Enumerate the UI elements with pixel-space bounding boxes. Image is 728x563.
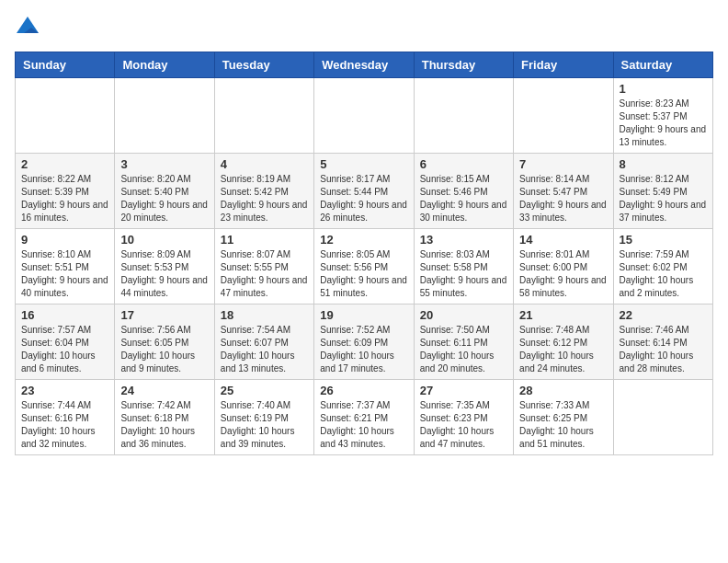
day-info: Sunrise: 7:42 AM Sunset: 6:18 PM Dayligh… (120, 399, 208, 451)
calendar-day-11: 11Sunrise: 8:07 AM Sunset: 5:55 PM Dayli… (214, 229, 313, 304)
calendar-day-7: 7Sunrise: 8:14 AM Sunset: 5:47 PM Daylig… (514, 154, 613, 229)
day-info: Sunrise: 8:09 AM Sunset: 5:53 PM Dayligh… (120, 248, 208, 300)
day-info: Sunrise: 8:15 AM Sunset: 5:46 PM Dayligh… (420, 173, 507, 224)
day-info: Sunrise: 8:14 AM Sunset: 5:47 PM Dayligh… (519, 173, 607, 224)
day-info: Sunrise: 8:12 AM Sunset: 5:49 PM Dayligh… (620, 173, 707, 224)
col-header-friday: Friday (514, 52, 613, 78)
day-number: 25 (221, 384, 308, 397)
day-info: Sunrise: 7:35 AM Sunset: 6:23 PM Dayligh… (420, 399, 507, 451)
day-number: 17 (120, 308, 208, 322)
day-number: 1 (620, 82, 707, 96)
day-number: 4 (221, 157, 308, 171)
calendar-day-16: 16Sunrise: 7:57 AM Sunset: 6:04 PM Dayli… (16, 304, 115, 380)
calendar-day-22: 22Sunrise: 7:46 AM Sunset: 6:14 PM Dayli… (613, 304, 712, 380)
col-header-saturday: Saturday (613, 52, 712, 78)
day-info: Sunrise: 8:17 AM Sunset: 5:44 PM Dayligh… (320, 173, 407, 224)
calendar-day-3: 3Sunrise: 8:20 AM Sunset: 5:40 PM Daylig… (115, 154, 214, 229)
day-number: 8 (620, 157, 707, 171)
calendar-empty-cell (16, 78, 115, 154)
calendar-day-4: 4Sunrise: 8:19 AM Sunset: 5:42 PM Daylig… (214, 154, 313, 229)
day-number: 22 (620, 308, 707, 322)
day-info: Sunrise: 7:40 AM Sunset: 6:19 PM Dayligh… (221, 399, 308, 451)
calendar-day-17: 17Sunrise: 7:56 AM Sunset: 6:05 PM Dayli… (115, 304, 214, 380)
calendar-day-21: 21Sunrise: 7:48 AM Sunset: 6:12 PM Dayli… (514, 304, 613, 380)
col-header-thursday: Thursday (414, 52, 513, 78)
col-header-wednesday: Wednesday (314, 52, 414, 78)
day-info: Sunrise: 7:37 AM Sunset: 6:21 PM Dayligh… (320, 399, 407, 451)
calendar-day-9: 9Sunrise: 8:10 AM Sunset: 5:51 PM Daylig… (16, 229, 115, 304)
day-info: Sunrise: 7:46 AM Sunset: 6:14 PM Dayligh… (620, 324, 707, 375)
col-header-sunday: Sunday (16, 52, 115, 78)
day-number: 13 (420, 233, 507, 247)
day-number: 6 (420, 157, 507, 171)
calendar-day-5: 5Sunrise: 8:17 AM Sunset: 5:44 PM Daylig… (314, 154, 414, 229)
day-number: 14 (519, 233, 607, 247)
calendar-day-14: 14Sunrise: 8:01 AM Sunset: 6:00 PM Dayli… (514, 229, 613, 304)
day-info: Sunrise: 7:33 AM Sunset: 6:25 PM Dayligh… (519, 399, 607, 451)
day-info: Sunrise: 8:23 AM Sunset: 5:37 PM Dayligh… (620, 98, 707, 149)
day-number: 28 (519, 384, 607, 397)
col-header-monday: Monday (115, 52, 214, 78)
day-info: Sunrise: 7:54 AM Sunset: 6:07 PM Dayligh… (221, 324, 308, 375)
day-number: 5 (320, 157, 407, 171)
col-header-tuesday: Tuesday (214, 52, 313, 78)
calendar-empty-cell (613, 380, 712, 455)
day-number: 24 (120, 384, 208, 397)
calendar-header-row: SundayMondayTuesdayWednesdayThursdayFrid… (16, 52, 713, 78)
calendar-day-15: 15Sunrise: 7:59 AM Sunset: 6:02 PM Dayli… (613, 229, 712, 304)
day-number: 26 (320, 384, 407, 397)
day-info: Sunrise: 8:03 AM Sunset: 5:58 PM Dayligh… (420, 248, 507, 300)
calendar-empty-cell (115, 78, 214, 154)
day-info: Sunrise: 7:52 AM Sunset: 6:09 PM Dayligh… (320, 324, 407, 375)
calendar-week-row: 16Sunrise: 7:57 AM Sunset: 6:04 PM Dayli… (16, 304, 713, 380)
day-info: Sunrise: 8:22 AM Sunset: 5:39 PM Dayligh… (21, 173, 108, 224)
calendar-day-10: 10Sunrise: 8:09 AM Sunset: 5:53 PM Dayli… (115, 229, 214, 304)
calendar-empty-cell (314, 78, 414, 154)
day-info: Sunrise: 7:48 AM Sunset: 6:12 PM Dayligh… (519, 324, 607, 375)
day-info: Sunrise: 7:44 AM Sunset: 6:16 PM Dayligh… (21, 399, 108, 451)
calendar-day-19: 19Sunrise: 7:52 AM Sunset: 6:09 PM Dayli… (314, 304, 414, 380)
day-number: 10 (120, 233, 208, 247)
calendar-day-27: 27Sunrise: 7:35 AM Sunset: 6:23 PM Dayli… (414, 380, 513, 455)
calendar-week-row: 9Sunrise: 8:10 AM Sunset: 5:51 PM Daylig… (16, 229, 713, 304)
day-number: 15 (620, 233, 707, 247)
logo (15, 15, 44, 40)
calendar-empty-cell (414, 78, 513, 154)
day-number: 20 (420, 308, 507, 322)
day-info: Sunrise: 8:01 AM Sunset: 6:00 PM Dayligh… (519, 248, 607, 300)
calendar-day-25: 25Sunrise: 7:40 AM Sunset: 6:19 PM Dayli… (214, 380, 313, 455)
day-number: 21 (519, 308, 607, 322)
day-info: Sunrise: 8:05 AM Sunset: 5:56 PM Dayligh… (320, 248, 407, 300)
calendar-day-6: 6Sunrise: 8:15 AM Sunset: 5:46 PM Daylig… (414, 154, 513, 229)
day-number: 11 (221, 233, 308, 247)
day-info: Sunrise: 7:56 AM Sunset: 6:05 PM Dayligh… (120, 324, 208, 375)
day-number: 12 (320, 233, 407, 247)
day-info: Sunrise: 7:57 AM Sunset: 6:04 PM Dayligh… (21, 324, 108, 375)
calendar-day-23: 23Sunrise: 7:44 AM Sunset: 6:16 PM Dayli… (16, 380, 115, 455)
calendar-week-row: 1Sunrise: 8:23 AM Sunset: 5:37 PM Daylig… (16, 78, 713, 154)
day-info: Sunrise: 8:10 AM Sunset: 5:51 PM Dayligh… (21, 248, 108, 300)
day-info: Sunrise: 8:07 AM Sunset: 5:55 PM Dayligh… (221, 248, 308, 300)
calendar-empty-cell (514, 78, 613, 154)
day-number: 3 (120, 157, 208, 171)
day-number: 2 (21, 157, 108, 171)
page-header (15, 15, 713, 40)
calendar-day-2: 2Sunrise: 8:22 AM Sunset: 5:39 PM Daylig… (16, 154, 115, 229)
calendar-table: SundayMondayTuesdayWednesdayThursdayFrid… (15, 52, 713, 455)
day-number: 27 (420, 384, 507, 397)
calendar-day-26: 26Sunrise: 7:37 AM Sunset: 6:21 PM Dayli… (314, 380, 414, 455)
calendar-day-12: 12Sunrise: 8:05 AM Sunset: 5:56 PM Dayli… (314, 229, 414, 304)
logo-icon (15, 15, 40, 40)
day-info: Sunrise: 8:19 AM Sunset: 5:42 PM Dayligh… (221, 173, 308, 224)
day-number: 7 (519, 157, 607, 171)
calendar-day-13: 13Sunrise: 8:03 AM Sunset: 5:58 PM Dayli… (414, 229, 513, 304)
calendar-week-row: 23Sunrise: 7:44 AM Sunset: 6:16 PM Dayli… (16, 380, 713, 455)
calendar-day-28: 28Sunrise: 7:33 AM Sunset: 6:25 PM Dayli… (514, 380, 613, 455)
day-number: 19 (320, 308, 407, 322)
day-number: 9 (21, 233, 108, 247)
day-info: Sunrise: 7:59 AM Sunset: 6:02 PM Dayligh… (620, 248, 707, 300)
calendar-day-18: 18Sunrise: 7:54 AM Sunset: 6:07 PM Dayli… (214, 304, 313, 380)
day-info: Sunrise: 7:50 AM Sunset: 6:11 PM Dayligh… (420, 324, 507, 375)
day-info: Sunrise: 8:20 AM Sunset: 5:40 PM Dayligh… (120, 173, 208, 224)
day-number: 23 (21, 384, 108, 397)
